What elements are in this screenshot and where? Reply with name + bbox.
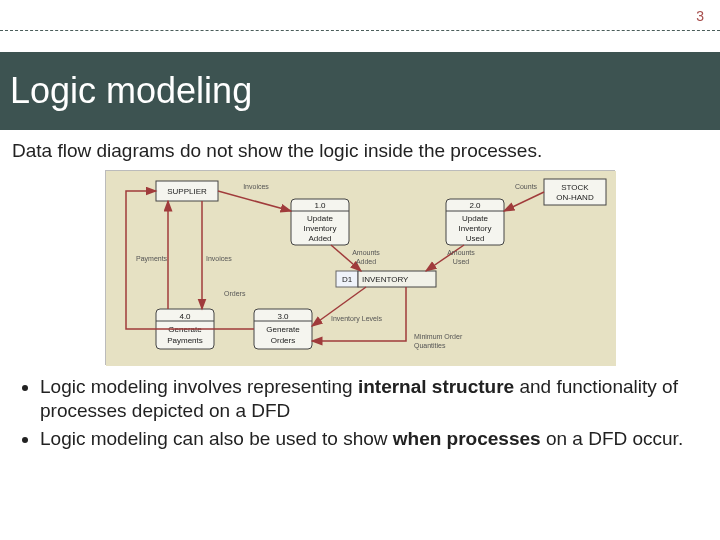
bullet-2: Logic modeling can also be used to show … xyxy=(40,427,708,451)
p1-l2: Inventory xyxy=(304,224,337,233)
p3-l2: Orders xyxy=(271,336,295,345)
p2-l2: Inventory xyxy=(459,224,492,233)
bullet-1: Logic modeling involves representing int… xyxy=(40,375,708,423)
top-divider xyxy=(0,30,720,31)
p2-l3: Used xyxy=(466,234,485,243)
p3-num: 3.0 xyxy=(277,312,289,321)
p2-l1: Update xyxy=(462,214,488,223)
p3-l1: Generate xyxy=(266,325,300,334)
flow-orders: Orders xyxy=(224,290,246,297)
content-area: Data flow diagrams do not show the logic… xyxy=(12,140,708,454)
p4-l2: Payments xyxy=(167,336,203,345)
ext-stock-1: STOCK xyxy=(561,183,589,192)
title-band: Logic modeling xyxy=(0,52,720,130)
ds-name: INVENTORY xyxy=(362,275,409,284)
bullet-2-pre: Logic modeling can also be used to show xyxy=(40,428,393,449)
flow-min-order1: Minimum Order xyxy=(414,333,463,340)
ext-stock-2: ON-HAND xyxy=(556,193,594,202)
flow-counts: Counts xyxy=(515,183,538,190)
ds-id: D1 xyxy=(342,275,353,284)
p2-num: 2.0 xyxy=(469,201,481,210)
p1-l3: Added xyxy=(308,234,331,243)
bullet-1-strong: internal structure xyxy=(358,376,514,397)
p1-l1: Update xyxy=(307,214,333,223)
flow-amt-added: Amounts xyxy=(352,249,380,256)
flow-amt-added2: Added xyxy=(356,258,376,265)
flow-amt-used: Amounts xyxy=(447,249,475,256)
bullet-1-pre: Logic modeling involves representing xyxy=(40,376,358,397)
p1-num: 1.0 xyxy=(314,201,326,210)
bullet-2-post: on a DFD occur. xyxy=(541,428,684,449)
page-number: 3 xyxy=(696,8,704,24)
flow-amt-used2: Used xyxy=(453,258,469,265)
bullet-list: Logic modeling involves representing int… xyxy=(12,375,708,450)
flow-payments: Payments xyxy=(136,255,168,263)
flow-min-order2: Quantities xyxy=(414,342,446,350)
flow-invoices2: Invoices xyxy=(206,255,232,262)
p4-num: 4.0 xyxy=(179,312,191,321)
dfd-svg: SUPPLIER STOCK ON-HAND 1.0 Update Invent… xyxy=(106,171,616,366)
flow-inv-levels: Inventory Levels xyxy=(331,315,382,323)
bullet-2-strong: when processes xyxy=(393,428,541,449)
flow-invoices: Invoices xyxy=(243,183,269,190)
intro-text: Data flow diagrams do not show the logic… xyxy=(12,140,708,162)
ext-supplier: SUPPLIER xyxy=(167,187,207,196)
dfd-diagram: SUPPLIER STOCK ON-HAND 1.0 Update Invent… xyxy=(105,170,615,365)
slide-title: Logic modeling xyxy=(10,70,252,112)
